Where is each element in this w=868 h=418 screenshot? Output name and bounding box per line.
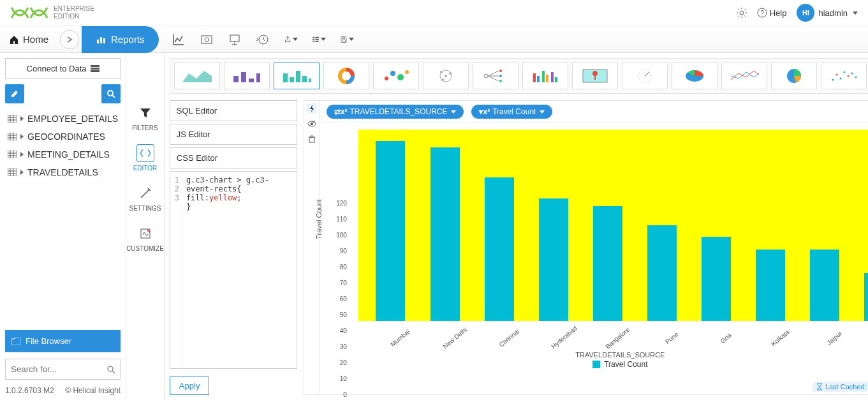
bar[interactable] xyxy=(756,250,785,322)
lightbulb-icon[interactable] xyxy=(737,8,747,18)
nav-home[interactable]: Home xyxy=(0,34,57,45)
home-label: Home xyxy=(23,34,48,45)
trash-icon[interactable] xyxy=(307,134,317,144)
chart-type-map[interactable] xyxy=(572,63,618,89)
chart-type-multi-bar[interactable] xyxy=(522,63,568,89)
svg-point-72 xyxy=(445,75,447,77)
svg-point-68 xyxy=(390,71,395,76)
caret-down-icon xyxy=(293,38,298,41)
chart-type-pie3d[interactable] xyxy=(672,63,717,89)
x-tick-label: Kolkata xyxy=(763,321,794,350)
bolt-icon[interactable] xyxy=(307,103,317,114)
file-browser-button[interactable]: File Browser xyxy=(5,330,121,352)
chart-type-bar-teal[interactable] xyxy=(274,63,320,89)
bar[interactable] xyxy=(430,147,460,322)
bar[interactable] xyxy=(485,177,514,321)
svg-rect-24 xyxy=(315,38,318,40)
chart-type-multiline[interactable] xyxy=(721,63,767,89)
table-item-meeting-details[interactable]: MEETING_DETAILS xyxy=(5,146,121,163)
help-link[interactable]: ? Help xyxy=(757,8,787,18)
svg-point-96 xyxy=(835,74,837,76)
cache-badge: Last Cached: 5 minutes ago xyxy=(813,382,868,392)
bar[interactable] xyxy=(376,141,405,322)
svg-rect-25 xyxy=(315,40,318,41)
table-item-traveldetails[interactable]: TRAVELDETAILS xyxy=(5,163,121,181)
bars-container xyxy=(358,130,868,321)
search-input[interactable] xyxy=(5,359,121,380)
history-icon[interactable] xyxy=(256,33,270,47)
bar[interactable] xyxy=(647,225,677,321)
svg-line-6 xyxy=(744,16,746,17)
help-label: Help xyxy=(770,8,787,18)
svg-rect-64 xyxy=(302,76,307,82)
svg-point-81 xyxy=(499,75,502,77)
svg-point-31 xyxy=(108,91,113,96)
line-chart-icon[interactable] xyxy=(172,33,186,47)
save-icon[interactable] xyxy=(340,33,354,47)
mid-item-filters[interactable]: FILTERS xyxy=(126,98,164,138)
search-icon[interactable] xyxy=(107,365,115,374)
pill-source[interactable]: ⇄x² TRAVELDETAILS_SOURCE xyxy=(327,105,464,119)
svg-rect-29 xyxy=(91,68,99,70)
svg-point-80 xyxy=(499,70,502,72)
mid-item-settings[interactable]: SETTINGS xyxy=(126,178,164,218)
chart-main: ⇄x² TRAVELDETAILS_SOURCE ▾x² Travel Coun… xyxy=(320,100,868,395)
edit-button[interactable] xyxy=(5,84,24,103)
svg-rect-30 xyxy=(91,70,99,72)
chart-type-donut[interactable] xyxy=(323,63,369,89)
tab-js-editor[interactable]: JS Editor xyxy=(170,124,297,145)
pill-count[interactable]: ▾x² Travel Count xyxy=(471,105,552,119)
bar[interactable] xyxy=(810,250,839,322)
svg-line-79 xyxy=(488,76,499,81)
chart-type-scatter[interactable] xyxy=(821,63,867,89)
presentation-icon[interactable] xyxy=(228,33,242,47)
logo xyxy=(10,5,48,20)
svg-point-70 xyxy=(405,70,409,74)
chart-type-area[interactable] xyxy=(174,63,220,89)
svg-rect-38 xyxy=(8,133,17,140)
chart-type-tree[interactable] xyxy=(473,63,519,89)
mid-item-customize[interactable]: CUSTOMIZE xyxy=(126,218,164,258)
export-icon[interactable] xyxy=(284,33,298,47)
layout-icon[interactable] xyxy=(312,33,326,47)
tab-sql-editor[interactable]: SQL Editor xyxy=(170,100,297,121)
nav-reports[interactable]: Reports xyxy=(82,26,159,53)
user-menu[interactable]: HI hiadmin xyxy=(797,4,858,22)
svg-rect-48 xyxy=(8,168,17,176)
code-editor[interactable]: 123 g.c3-chart > g.c3-event-rects{ fill:… xyxy=(170,171,297,369)
main-area: Connect to Data EMPLOYEE_DETAILS GEOCORD… xyxy=(0,53,868,400)
chart-type-network[interactable] xyxy=(423,63,469,89)
table-label: MEETING_DETAILS xyxy=(27,149,110,160)
svg-point-101 xyxy=(855,77,857,78)
bar[interactable] xyxy=(593,206,622,321)
bar[interactable] xyxy=(702,237,731,322)
chart-panel: ⇄x² TRAVELDETAILS_SOURCE ▾x² Travel Coun… xyxy=(304,100,868,395)
svg-rect-65 xyxy=(309,78,311,82)
version-label: 1.0.2.6703 M2 xyxy=(5,386,54,395)
svg-rect-14 xyxy=(202,36,212,43)
tab-css-editor[interactable]: CSS Editor xyxy=(170,147,297,168)
y-axis-label: Travel Count xyxy=(315,199,323,239)
svg-point-67 xyxy=(385,77,388,80)
svg-rect-21 xyxy=(313,38,314,40)
connect-to-data-button[interactable]: Connect to Data xyxy=(5,58,121,79)
preview-icon[interactable] xyxy=(200,33,214,47)
chart-type-gauge[interactable] xyxy=(622,63,668,89)
chart-type-bubble[interactable] xyxy=(373,63,419,89)
breadcrumb-chevron[interactable] xyxy=(60,30,79,49)
x-tick-label: Pune xyxy=(654,321,686,350)
table-item-employee-details[interactable]: EMPLOYEE_DETAILS xyxy=(5,110,121,128)
eye-off-icon[interactable] xyxy=(307,119,317,129)
table-item-geocordinates[interactable]: GEOCORDINATES xyxy=(5,128,121,146)
chart-type-bar-purple[interactable] xyxy=(224,63,270,89)
avatar: HI xyxy=(797,4,814,22)
svg-rect-83 xyxy=(533,73,536,82)
bar[interactable] xyxy=(864,273,868,321)
apply-button[interactable]: Apply xyxy=(170,377,210,395)
search-button[interactable] xyxy=(101,84,121,103)
chart-type-pie[interactable] xyxy=(771,63,817,89)
mid-item-editor[interactable]: EDITOR xyxy=(126,138,164,178)
legend-swatch xyxy=(592,361,600,368)
svg-rect-12 xyxy=(100,37,102,43)
bar[interactable] xyxy=(539,198,568,322)
